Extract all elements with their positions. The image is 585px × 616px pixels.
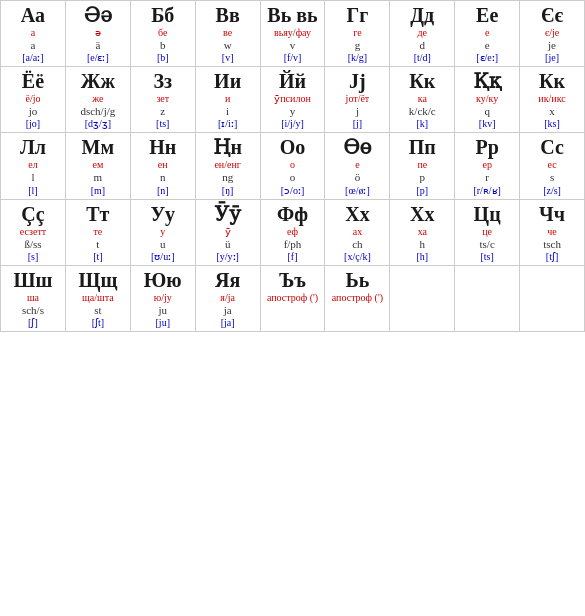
letter-name: ю/ју (154, 292, 172, 304)
latin-equiv: ü (225, 238, 231, 251)
cell-r1-c6: Кк ка k/ck/c [k] (390, 67, 455, 133)
latin-equiv: ts/c (480, 238, 495, 251)
letter-main: Хх (345, 202, 369, 226)
cell-r0-c8: Єє є/је je [je] (520, 1, 585, 67)
letter-name: ел (28, 159, 37, 171)
cell-content: Ққ ку/ку q [kv] (456, 69, 518, 130)
letter-name: пе (417, 159, 427, 171)
latin-equiv: l (31, 171, 34, 184)
cell-content: Йй ӯпсилон y [i/j/y] (262, 69, 324, 130)
letter-name: о (290, 159, 295, 171)
cell-content: Вь вь вьяу/фау v [f/v] (262, 3, 324, 64)
cell-content: Шш ша sch/s [ʃ] (2, 268, 64, 329)
letter-main: Йй (279, 69, 306, 93)
phonetic: [ɛ/eː] (476, 52, 498, 64)
latin-equiv: ju (158, 304, 167, 317)
latin-equiv: j (356, 105, 359, 118)
phonetic: [ʊ/uː] (151, 251, 174, 263)
cell-content: Фф еф f/ph [f] (262, 202, 324, 263)
cell-r1-c7: Ққ ку/ку q [kv] (455, 67, 520, 133)
phonetic: [e/ɛː] (87, 52, 109, 64)
phonetic: [tʃ] (546, 251, 558, 263)
cell-content: Дд де d [t/d] (391, 3, 453, 64)
letter-main: Кк (539, 69, 565, 93)
letter-main: Уу (150, 202, 175, 226)
latin-equiv: z (160, 105, 165, 118)
letter-name: ха (418, 226, 427, 238)
letter-main: Яя (215, 268, 240, 292)
latin-equiv: ch (352, 238, 362, 251)
letter-main: Цц (474, 202, 501, 226)
letter-name: у (160, 226, 165, 238)
phonetic: [l] (28, 185, 37, 197)
letter-name: те (93, 226, 102, 238)
cell-content: Ъъ апостроф (') (262, 268, 324, 304)
phonetic: [ts] (156, 118, 169, 130)
letter-main: Ёё (22, 69, 44, 93)
letter-main: Дд (410, 3, 434, 27)
letter-main: Әә (84, 3, 112, 27)
phonetic: [ja] (221, 317, 235, 329)
cell-r0-c3: Вв ве w [v] (195, 1, 260, 67)
cell-r2-c3: Ңн ен/енг ng [ŋ] (195, 133, 260, 199)
cell-r2-c8: Сс ес s [z/s] (520, 133, 585, 199)
letter-main: Çç (21, 202, 44, 226)
phonetic: [v] (222, 52, 234, 64)
letter-main: Мм (82, 135, 115, 159)
letter-main: Вв (216, 3, 240, 27)
cell-content: Ӯӯ ӯ ü [y/yː] (197, 202, 259, 263)
letter-main: Ии (214, 69, 241, 93)
letter-name: а (31, 27, 35, 39)
phonetic: [k] (416, 118, 428, 130)
cell-r3-c1: Тт те t [t] (65, 199, 130, 265)
phonetic: [j] (353, 118, 362, 130)
letter-main: Щщ (78, 268, 117, 292)
cell-r3-c7: Цц це ts/c [ts] (455, 199, 520, 265)
letter-name: ве (223, 27, 232, 39)
cell-content: Вв ве w [v] (197, 3, 259, 64)
cell-r3-c8: Чч че tsch [tʃ] (520, 199, 585, 265)
letter-main: Шш (14, 268, 53, 292)
latin-equiv: ä (95, 39, 100, 52)
cell-r3-c3: Ӯӯ ӯ ü [y/yː] (195, 199, 260, 265)
letter-name: ер (482, 159, 491, 171)
letter-main: Зз (153, 69, 172, 93)
letter-name: ӯ (225, 226, 231, 238)
phonetic: [ɪ/iː] (218, 118, 237, 130)
latin-equiv: o (290, 171, 296, 184)
letter-name: е (355, 159, 359, 171)
letter-name: зет (156, 93, 169, 105)
phonetic: [ɔ/oː] (281, 185, 304, 197)
letter-main: Фф (277, 202, 308, 226)
letter-name: есзетт (20, 226, 47, 238)
letter-main: Өө (343, 135, 371, 159)
latin-equiv: ng (222, 171, 233, 184)
phonetic: [ʃt] (92, 317, 104, 329)
cell-r4-c1: Щщ ща/шта st [ʃt] (65, 265, 130, 331)
letter-main: Ққ (473, 69, 501, 93)
cell-r2-c2: Нн ен n [n] (130, 133, 195, 199)
latin-equiv: t (96, 238, 99, 251)
letter-name: є/је (545, 27, 559, 39)
cell-content: Нн ен n [n] (132, 135, 194, 196)
cell-content: Өө е ö [œ/øː] (326, 135, 388, 196)
cell-content: Ңн ен/енг ng [ŋ] (197, 135, 259, 196)
latin-equiv: st (94, 304, 101, 317)
letter-name: апостроф (') (332, 292, 383, 304)
cell-content: Рр ер r [r/ʀ/ʁ] (456, 135, 518, 196)
letter-main: Ъъ (279, 268, 306, 292)
cell-r2-c4: Оо о o [ɔ/oː] (260, 133, 325, 199)
phonetic: [kv] (479, 118, 496, 130)
letter-name: ку/ку (476, 93, 498, 105)
phonetic: [h] (416, 251, 428, 263)
letter-name: ка (418, 93, 427, 105)
phonetic: [ks] (544, 118, 560, 130)
letter-name: јот/ёт (346, 93, 370, 105)
letter-name: ща/шта (82, 292, 114, 304)
cell-content: Оо о o [ɔ/oː] (262, 135, 324, 196)
letter-main: Ӯӯ (215, 202, 241, 226)
latin-equiv: jo (29, 105, 38, 118)
cell-content: Гг ге g [k/g] (326, 3, 388, 64)
letter-main: Кк (409, 69, 435, 93)
cell-content: Чч че tsch [tʃ] (521, 202, 583, 263)
